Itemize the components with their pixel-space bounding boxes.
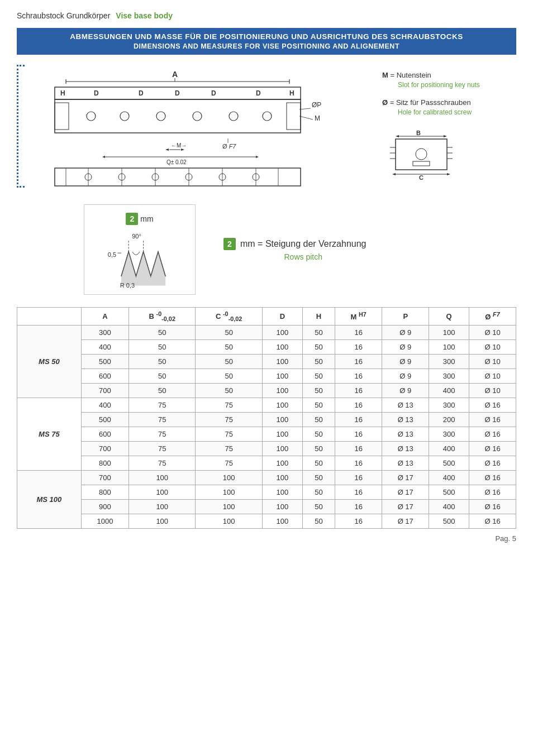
table-cell: Ø 9 [382, 383, 429, 398]
table-cell: 100 [129, 470, 196, 485]
th-P: P [382, 308, 429, 326]
table-row: 50050501005016Ø 9300Ø 10 [17, 354, 516, 369]
table-cell: 75 [196, 427, 262, 441]
legend-phi-text: = Sitz für Passschrauben [390, 98, 471, 107]
table-cell: 75 [196, 412, 262, 427]
table-cell: 75 [129, 398, 196, 412]
table-cell: 50 [302, 369, 335, 383]
table-cell: 50 [302, 485, 335, 499]
svg-text:C: C [419, 174, 423, 181]
table-cell: 75 [129, 441, 196, 456]
table-cell: 300 [429, 354, 469, 369]
table-cell: 50 [129, 383, 196, 398]
diagram-section: A H D D D D D H [17, 65, 516, 193]
table-cell: Ø 17 [382, 470, 429, 485]
svg-point-19 [229, 112, 238, 121]
data-table: A B -0-0,02 C -0-0,02 D H M H7 P Q Ø F7 … [17, 307, 516, 529]
svg-line-23 [299, 108, 311, 109]
svg-rect-55 [396, 139, 447, 170]
rows-pitch-section: 2 mm = Steigung der Verzahnung Rows pitc… [223, 238, 366, 261]
table-row: MS 7540075751005016Ø 13300Ø 16 [17, 398, 516, 412]
table-cell: 100 [262, 398, 302, 412]
table-cell: 50 [196, 339, 262, 354]
svg-text:Q± 0.02: Q± 0.02 [166, 159, 187, 165]
table-cell: Ø 10 [469, 325, 516, 339]
table-cell: 100 [196, 485, 262, 499]
table-cell: Ø 16 [469, 499, 516, 514]
table-cell: 16 [335, 339, 382, 354]
table-cell: 100 [429, 325, 469, 339]
table-cell: Ø 13 [382, 456, 429, 470]
table-cell: 400 [81, 398, 129, 412]
table-cell: 1000 [81, 514, 129, 528]
table-cell: 50 [129, 339, 196, 354]
svg-text:A: A [172, 70, 178, 79]
page-number: Pag. 5 [17, 534, 516, 543]
th-B: B -0-0,02 [129, 308, 196, 326]
svg-marker-30 [181, 149, 184, 151]
th-Q: Q [429, 308, 469, 326]
table-cell: 75 [129, 427, 196, 441]
table-cell: 400 [429, 470, 469, 485]
table-cell: Ø 13 [382, 427, 429, 441]
table-cell: 600 [81, 369, 129, 383]
table-cell: Ø 10 [469, 369, 516, 383]
table-cell: 600 [81, 427, 129, 441]
table-cell: Ø 9 [382, 369, 429, 383]
table-cell: 100 [262, 485, 302, 499]
table-cell: 700 [81, 383, 129, 398]
svg-text:D: D [94, 89, 99, 97]
table-row: 50075751005016Ø 13200Ø 16 [17, 412, 516, 427]
model-cell: MS 100 [17, 470, 82, 528]
table-cell: 800 [81, 456, 129, 470]
svg-marker-53 [444, 135, 447, 137]
table-cell: 16 [335, 412, 382, 427]
table-cell: 16 [335, 514, 382, 528]
table-row: 40050501005016Ø 9100Ø 10 [17, 339, 516, 354]
th-empty [17, 308, 82, 326]
table-cell: 400 [81, 339, 129, 354]
svg-rect-14 [55, 103, 69, 130]
table-cell: 50 [196, 369, 262, 383]
table-cell: 100 [262, 456, 302, 470]
svg-marker-70 [121, 252, 165, 286]
table-cell: 50 [302, 456, 335, 470]
svg-rect-67 [413, 161, 430, 166]
table-cell: 50 [196, 354, 262, 369]
bottom-row: 2 mm 90° 0,5 R 0,3 2 mm = Steig [17, 204, 516, 295]
table-cell: Ø 13 [382, 398, 429, 412]
table-cell: 16 [335, 470, 382, 485]
table-cell: 50 [196, 325, 262, 339]
table-cell: 16 [335, 485, 382, 499]
table-row: 60050501005016Ø 9300Ø 10 [17, 369, 516, 383]
main-diagram: A H D D D D D H [32, 65, 377, 193]
legend-phi-label: Ø [382, 98, 388, 107]
table-cell: 500 [81, 412, 129, 427]
tooth-unit: mm [140, 214, 153, 223]
th-phi: Ø F7 [469, 308, 516, 326]
svg-line-25 [299, 116, 313, 119]
table-cell: 700 [81, 470, 129, 485]
table-cell: 16 [335, 383, 382, 398]
table-cell: 100 [262, 339, 302, 354]
table-cell: 75 [129, 456, 196, 470]
svg-text:D: D [256, 89, 261, 97]
table-cell: 16 [335, 499, 382, 514]
banner-line1: ABMESSUNGEN UND MASSE FÜR DIE POSITIONIE… [25, 32, 508, 41]
table-cell: 75 [196, 456, 262, 470]
table-cell: 50 [302, 441, 335, 456]
svg-rect-13 [55, 99, 301, 133]
table-cell: 100 [262, 369, 302, 383]
svg-text:D: D [139, 89, 144, 97]
table-cell: 50 [302, 499, 335, 514]
banner: ABMESSUNGEN UND MASSE FÜR DIE POSITIONIE… [17, 28, 516, 55]
rows-pitch-badge: 2 [223, 238, 236, 250]
table-cell: 50 [302, 427, 335, 441]
table-row: 70075751005016Ø 13400Ø 16 [17, 441, 516, 456]
svg-marker-29 [165, 149, 169, 151]
table-cell: 16 [335, 398, 382, 412]
table-cell: 100 [262, 412, 302, 427]
header-english: Vise base body [116, 11, 173, 20]
table-cell: 100 [262, 427, 302, 441]
table-cell: 75 [196, 441, 262, 456]
